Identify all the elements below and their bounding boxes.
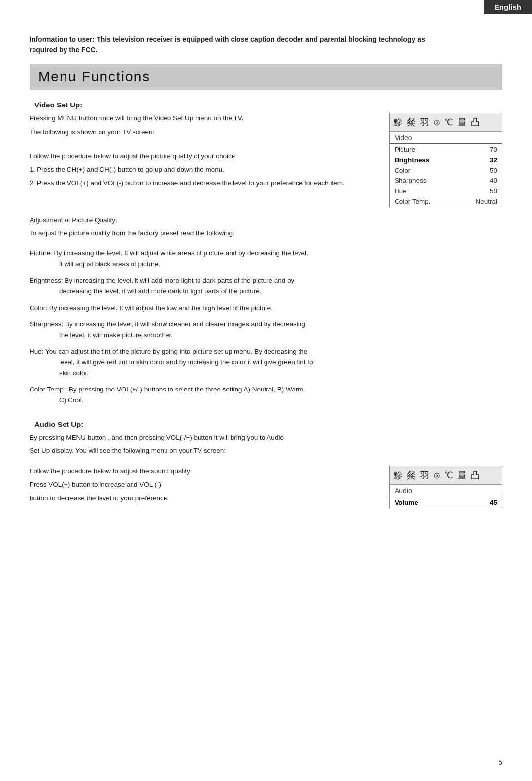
video-intro-1: Pressing MENU button once will bring the… — [30, 113, 374, 124]
audio-menu-items: Volume45 — [390, 497, 502, 508]
video-step-1: 1. Press the CH(+) and CH(-) button to g… — [30, 164, 374, 175]
menu-row: Brightness32 — [390, 155, 502, 165]
menu-row: Picture70 — [390, 144, 502, 155]
video-menu-box: 黲 粲 羽 ⊙ ℃ 量 凸 Video Picture70Brightness3… — [389, 113, 502, 207]
video-procedure-intro: Follow the procedure below to adjust the… — [30, 151, 374, 162]
desc-colortemp-2: C) Cool. — [30, 395, 502, 406]
page-number: 5 — [499, 758, 502, 766]
info-text: Information to user: This television rec… — [30, 35, 433, 55]
menu-row-value: 40 — [490, 177, 497, 184]
desc-brightness-1: Brightness: By increasing the level, it … — [30, 275, 502, 286]
audio-intro-1: By pressing MENU button , and then press… — [30, 432, 502, 443]
desc-hue-1: Hue: You can adjust the tint of the pict… — [30, 346, 502, 357]
audio-menu-box: 黲 粲 羽 ⊙ ℃ 量 凸 Audio Volume45 — [389, 466, 502, 508]
video-setup-text: Pressing MENU button once will bring the… — [30, 113, 374, 207]
description-picture: Picture: By increasing the level. It wil… — [30, 248, 502, 269]
audio-step-1: Press VOL(+) button to increase and VOL … — [30, 479, 374, 490]
menu-row-label: Picture — [395, 146, 415, 153]
menu-row-value: Neutral — [475, 198, 497, 205]
video-intro-2: The following is shown on your TV screen… — [30, 127, 374, 138]
menu-row-label: Volume — [395, 499, 418, 506]
desc-hue-3: skin color. — [30, 368, 502, 379]
desc-color-1: Color: By increasing the level. It will … — [30, 303, 502, 314]
video-setup-title: Video Set Up: — [34, 101, 502, 109]
section-title: Menu Functions — [38, 69, 494, 85]
description-brightness: Brightness: By increasing the level, it … — [30, 275, 502, 296]
video-menu-icons: 黲 粲 羽 ⊙ ℃ 量 凸 — [390, 113, 502, 132]
menu-row: Volume45 — [390, 497, 502, 508]
menu-row-value: 32 — [490, 156, 497, 164]
desc-picture-2: it will adjust black areas of picture. — [30, 259, 502, 270]
description-color: Color: By increasing the level. It will … — [30, 303, 502, 314]
menu-row: Sharpness40 — [390, 176, 502, 186]
audio-setup-title: Audio Set Up: — [34, 420, 502, 428]
menu-row: Hue50 — [390, 186, 502, 196]
audio-menu-icons: 黲 粲 羽 ⊙ ℃ 量 凸 — [390, 466, 502, 485]
desc-colortemp-1: Color Temp : By pressing the VOL(+/-) bu… — [30, 384, 502, 395]
menu-row-value: 45 — [490, 499, 497, 506]
description-sharpness: Sharpness: By increasing the level, it w… — [30, 319, 502, 340]
menu-row: Color Temp.Neutral — [390, 196, 502, 207]
description-colortemp: Color Temp : By pressing the VOL(+/-) bu… — [30, 384, 502, 405]
desc-sharpness-1: Sharpness: By increasing the level, it w… — [30, 319, 502, 330]
video-step-2: 2. Press the VOL(+) and VOL(-) button to… — [30, 178, 374, 189]
menu-row-value: 50 — [490, 167, 497, 174]
desc-hue-2: level, it will give red tint to skin col… — [30, 357, 502, 368]
adjustment-title: Adjustment of Picture Quality: — [30, 215, 502, 226]
audio-setup-body: Follow the procedure below to adjust the… — [30, 466, 502, 508]
audio-setup-section: Audio Set Up: By pressing MENU button , … — [30, 420, 502, 508]
menu-row-label: Sharpness — [395, 177, 427, 184]
menu-row-label: Brightness — [395, 156, 430, 164]
adjustment-note: To adjust the picture quality from the f… — [30, 228, 502, 239]
desc-picture-1: Picture: By increasing the level. It wil… — [30, 248, 502, 259]
audio-procedure-intro: Follow the procedure below to adjust the… — [30, 466, 374, 477]
audio-menu-category: Audio — [390, 485, 502, 497]
menu-row: Color50 — [390, 165, 502, 176]
menu-row-value: 50 — [490, 187, 497, 195]
video-menu-category: Video — [390, 132, 502, 144]
desc-sharpness-2: the level, it will make picture smoother… — [30, 330, 502, 341]
audio-setup-text-block: Follow the procedure below to adjust the… — [30, 466, 374, 508]
audio-step-2: button to decrease the level to your pre… — [30, 493, 374, 504]
menu-row-label: Hue — [395, 187, 407, 195]
desc-brightness-2: decreasing the level, it will add more d… — [30, 286, 502, 297]
section-title-bar: Menu Functions — [30, 64, 502, 90]
video-setup-section: Pressing MENU button once will bring the… — [30, 113, 502, 207]
description-hue: Hue: You can adjust the tint of the pict… — [30, 346, 502, 378]
menu-row-label: Color — [395, 167, 410, 174]
english-badge: English — [484, 0, 532, 14]
video-menu-items: Picture70Brightness32Color50Sharpness40H… — [390, 144, 502, 207]
menu-row-value: 70 — [490, 146, 497, 153]
audio-intro-2: Set Up display. You will see the followi… — [30, 445, 502, 456]
menu-row-label: Color Temp. — [395, 198, 431, 205]
